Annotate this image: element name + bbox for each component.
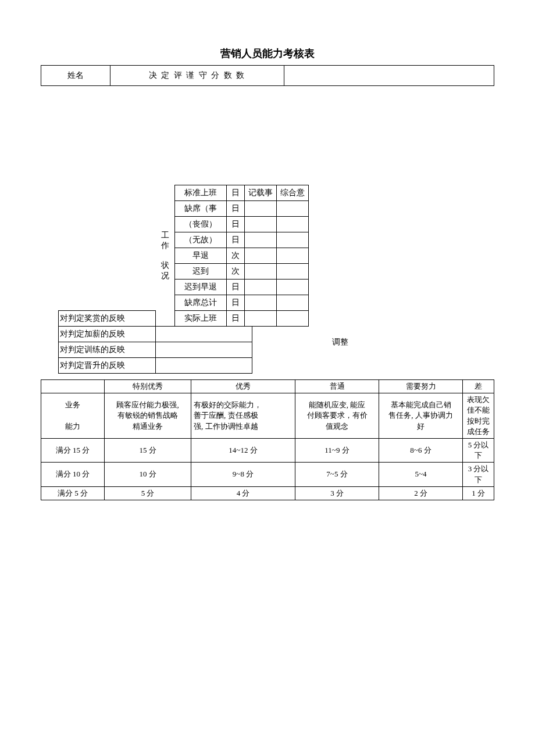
work-status-label: 工作 状况: [156, 185, 175, 327]
att-row-unit: 日: [227, 311, 245, 327]
reaction-cell: [156, 327, 252, 342]
attendance-table: 工作 状况 标准上班 日 记载事 综合意 缺席（事 日: [58, 185, 309, 327]
reaction-reward: 对判定奖赏的反映: [59, 311, 156, 327]
att-row-label: 标准上班: [175, 185, 227, 201]
att-cell: [245, 264, 277, 280]
ability-label: 业务 能力: [41, 393, 105, 439]
att-row-unit: 日: [227, 185, 245, 201]
att-cell: [277, 295, 309, 311]
score-cell: 14~12 分: [191, 438, 295, 462]
desc-poor: 表现欠佳不能 按时完成任务: [463, 393, 494, 439]
att-row-unit: 日: [227, 280, 245, 295]
adjust-label: 调整: [332, 337, 348, 347]
att-cell: [277, 248, 309, 264]
overlay-text: 决 定 评 谨 守 分 数 数: [149, 71, 246, 80]
score-cell: 2 分: [379, 486, 463, 500]
page-title: 营销人员能力考核表: [41, 46, 494, 60]
score-cell: 3 分以下: [463, 463, 494, 486]
att-row-label: 早退: [175, 248, 227, 264]
main-header: 差: [463, 380, 494, 393]
name-label-cell: 姓名: [41, 66, 110, 86]
att-row-unit: 日: [227, 232, 245, 248]
score-cell: 5 分: [105, 486, 191, 500]
att-row-label: 缺席总计: [175, 295, 227, 311]
att-cell: [245, 280, 277, 295]
score-cell: 7~5 分: [295, 463, 379, 486]
header-table: 姓名 决 定 评 谨 守 分 数 数: [41, 65, 494, 86]
att-row-unit: 日: [227, 217, 245, 232]
reaction-cell: [156, 358, 252, 374]
att-row-label: 实际上班: [175, 311, 227, 327]
desc-excellent-plus: 顾客应付能力极强, 有敏锐的销售战略 精通业务: [105, 393, 191, 439]
att-row-unit: 日: [227, 201, 245, 217]
att-row-label: （丧假）: [175, 217, 227, 232]
score-cell: 5~4: [379, 463, 463, 486]
att-cell: [245, 295, 277, 311]
score-label: 满分 10 分: [41, 463, 105, 486]
col-opinion: 综合意: [277, 185, 309, 201]
att-row-label: （无故）: [175, 232, 227, 248]
reaction-cell: [156, 342, 252, 358]
att-cell: [277, 280, 309, 295]
main-header: 普通: [295, 380, 379, 393]
main-header: 特别优秀: [105, 380, 191, 393]
reaction-raise: 对判定加薪的反映: [59, 327, 156, 342]
reactions-table: 对判定加薪的反映 对判定训练的反映 对判定晋升的反映: [58, 327, 252, 374]
score-cell: 3 分: [295, 486, 379, 500]
score-cell: 10 分: [105, 463, 191, 486]
score-cell: 11~9 分: [295, 438, 379, 462]
att-cell: [277, 217, 309, 232]
score-cell: 15 分: [105, 438, 191, 462]
main-header-blank: [41, 380, 105, 393]
att-cell: [277, 264, 309, 280]
att-cell: [277, 232, 309, 248]
desc-normal: 能随机应变, 能应 付顾客要求，有价 值观念: [295, 393, 379, 439]
att-cell: [245, 311, 277, 327]
blank-cell: [284, 66, 494, 86]
att-cell: [277, 311, 309, 327]
att-cell: [245, 201, 277, 217]
score-cell: 9~8 分: [191, 463, 295, 486]
reaction-training: 对判定训练的反映: [59, 342, 156, 358]
col-record: 记载事: [245, 185, 277, 201]
att-cell: [245, 217, 277, 232]
main-header: 需要努力: [379, 380, 463, 393]
att-row-unit: 次: [227, 248, 245, 264]
overlay-cell: 决 定 评 谨 守 分 数 数: [110, 66, 284, 86]
score-cell: 5 分以下: [463, 438, 494, 462]
att-row-label: 缺席（事: [175, 201, 227, 217]
att-row-unit: 次: [227, 264, 245, 280]
score-label: 满分 15 分: [41, 438, 105, 462]
att-cell: [245, 248, 277, 264]
main-header: 优秀: [191, 380, 295, 393]
score-cell: 1 分: [463, 486, 494, 500]
reaction-promotion: 对判定晋升的反映: [59, 358, 156, 374]
score-cell: 4 分: [191, 486, 295, 500]
desc-excellent: 有极好的交际能力， 善于应酬, 责任感极 强, 工作协调性卓越: [191, 393, 295, 439]
att-row-label: 迟到: [175, 264, 227, 280]
score-label: 满分 5 分: [41, 486, 105, 500]
att-cell: [245, 232, 277, 248]
score-cell: 8~6 分: [379, 438, 463, 462]
att-row-label: 迟到早退: [175, 280, 227, 295]
main-table: 特别优秀 优秀 普通 需要努力 差 业务 能力 顾客应付能力极强, 有敏锐的销售…: [41, 379, 494, 500]
desc-need: 基本能完成自己销 售任务, 人事协调力 好: [379, 393, 463, 439]
att-cell: [277, 201, 309, 217]
att-row-unit: 日: [227, 295, 245, 311]
